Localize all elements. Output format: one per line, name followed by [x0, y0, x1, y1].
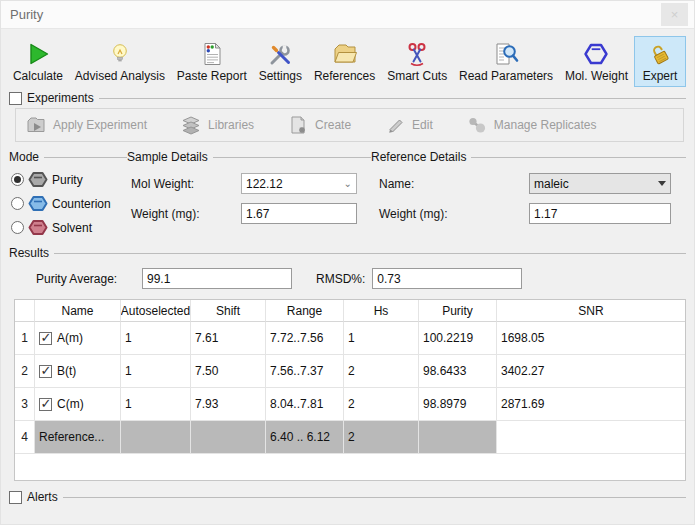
reference-weight-label: Weight (mg):	[371, 207, 529, 221]
divider	[54, 253, 686, 254]
solvent-radio[interactable]	[11, 221, 24, 234]
table-row[interactable]: 2 B(t) 1 7.50 7.56..7.37 2 98.6433 3402.…	[15, 355, 685, 388]
mol-weight-button[interactable]: Mol. Weight	[559, 36, 634, 87]
apply-experiment-icon	[26, 115, 46, 135]
expert-button[interactable]: Expert	[634, 36, 686, 87]
row-checkbox[interactable]	[39, 398, 52, 411]
close-button[interactable]: ×	[661, 3, 688, 26]
divider	[63, 497, 686, 498]
replicates-icon	[467, 115, 487, 135]
corner-header	[15, 300, 35, 322]
col-header-snr[interactable]: SNR	[497, 300, 685, 322]
read-parameters-button[interactable]: Read Parameters	[453, 36, 559, 87]
paste-report-button[interactable]: Paste Report	[171, 36, 253, 87]
details-section: Mode Purity Counterion	[9, 150, 686, 236]
pencil-icon	[385, 115, 405, 135]
peak-name-cell[interactable]: A(m)	[35, 322, 121, 355]
col-header-name[interactable]: Name	[35, 300, 121, 322]
references-button[interactable]: References	[308, 36, 381, 87]
purity-radio[interactable]	[11, 173, 24, 186]
mode-option-solvent[interactable]: Solvent	[11, 219, 127, 236]
mode-group: Mode Purity Counterion	[9, 150, 127, 236]
apply-experiment-button[interactable]: Apply Experiment	[26, 115, 147, 135]
row-checkbox[interactable]	[39, 365, 52, 378]
results-label: Results	[9, 246, 49, 260]
rmsd-input[interactable]: 0.73	[372, 268, 522, 289]
table-row[interactable]: 3 C(m) 1 7.93 8.04..7.81 2 98.8979 2871.…	[15, 388, 685, 421]
toolbar: Calculate Advised Analysis Paste Report	[1, 29, 694, 90]
reference-name-select[interactable]: maleic	[529, 173, 671, 194]
results-group: Results Purity Average: 99.1 RMSD%: 0.73	[9, 246, 686, 289]
col-header-hs[interactable]: Hs	[344, 300, 419, 322]
open-lock-icon	[647, 41, 673, 67]
col-header-autoselected[interactable]: Autoselected	[121, 300, 191, 322]
play-icon	[25, 41, 51, 67]
libraries-icon	[181, 115, 201, 135]
chevron-down-icon: ⌄	[344, 178, 352, 189]
settings-button[interactable]: Settings	[253, 36, 308, 87]
window-title: Purity	[10, 7, 661, 22]
create-button[interactable]: Create	[288, 115, 351, 135]
peak-name-cell[interactable]: B(t)	[35, 355, 121, 388]
advised-analysis-button[interactable]: Advised Analysis	[69, 36, 171, 87]
reference-name-label: Name:	[371, 177, 529, 191]
mode-option-label: Solvent	[52, 221, 92, 235]
sample-details-group: Sample Details Mol Weight: 122.12 ⌄ Weig…	[127, 150, 371, 236]
col-header-range[interactable]: Range	[266, 300, 344, 322]
table-header-row: Name Autoselected Shift Range Hs Purity …	[15, 300, 685, 322]
sample-weight-input[interactable]: 1.67	[241, 203, 357, 224]
purity-average-label: Purity Average:	[36, 272, 128, 286]
tools-icon	[267, 41, 293, 67]
report-page-icon	[199, 41, 225, 67]
create-icon	[288, 115, 308, 135]
scissors-icon	[404, 41, 430, 67]
reference-details-label: Reference Details	[371, 150, 466, 164]
mode-label: Mode	[9, 150, 39, 164]
experiments-group: Experiments Apply Experiment Libraries	[9, 91, 686, 142]
purity-hexagon-icon	[28, 171, 48, 188]
table-row[interactable]: 1 A(m) 1 7.61 7.72..7.56 1 100.2219 1698…	[15, 322, 685, 355]
results-table: Name Autoselected Shift Range Hs Purity …	[14, 299, 686, 481]
sample-weight-label: Weight (mg):	[127, 207, 241, 221]
peak-name-cell[interactable]: C(m)	[35, 388, 121, 421]
alerts-checkbox[interactable]	[9, 491, 22, 504]
table-empty-area	[15, 454, 685, 480]
experiments-label: Experiments	[27, 91, 94, 105]
reference-details-group: Reference Details Name: maleic Weight (m…	[371, 150, 686, 236]
solvent-hexagon-icon	[28, 219, 48, 236]
libraries-button[interactable]: Libraries	[181, 115, 254, 135]
reference-name-cell[interactable]: Reference...	[35, 421, 121, 454]
alerts-label: Alerts	[27, 490, 58, 504]
edit-button[interactable]: Edit	[385, 115, 433, 135]
dropdown-arrow-icon	[658, 181, 666, 186]
titlebar: Purity ×	[1, 1, 694, 29]
calculate-button[interactable]: Calculate	[7, 36, 69, 87]
divider	[44, 157, 127, 158]
counterion-radio[interactable]	[11, 197, 24, 210]
smart-cuts-button[interactable]: Smart Cuts	[381, 36, 453, 87]
mode-option-label: Purity	[52, 173, 83, 187]
col-header-purity[interactable]: Purity	[419, 300, 497, 322]
experiments-checkbox[interactable]	[9, 92, 22, 105]
folder-icon	[332, 41, 358, 67]
purity-average-input[interactable]: 99.1	[142, 268, 292, 289]
experiments-toolbar: Apply Experiment Libraries Create	[15, 108, 684, 142]
alerts-group: Alerts	[9, 490, 686, 504]
purity-dialog: Purity × Calculate Advised Analysis	[0, 0, 695, 525]
divider	[99, 98, 686, 99]
divider	[213, 157, 371, 158]
table-row-reference[interactable]: 4 Reference... 6.40 .. 6.12 2	[15, 421, 685, 454]
mol-weight-label: Mol Weight:	[127, 177, 241, 191]
mode-option-label: Counterion	[52, 197, 111, 211]
counterion-hexagon-icon	[28, 195, 48, 212]
col-header-shift[interactable]: Shift	[191, 300, 266, 322]
manage-replicates-button[interactable]: Manage Replicates	[467, 115, 597, 135]
divider	[471, 157, 686, 158]
mode-option-counterion[interactable]: Counterion	[11, 195, 127, 212]
rmsd-label: RMSD%:	[316, 272, 365, 286]
mode-option-purity[interactable]: Purity	[11, 171, 127, 188]
sample-details-label: Sample Details	[127, 150, 208, 164]
row-checkbox[interactable]	[39, 332, 52, 345]
mol-weight-combobox[interactable]: 122.12 ⌄	[241, 173, 357, 194]
reference-weight-input[interactable]: 1.17	[529, 203, 671, 224]
